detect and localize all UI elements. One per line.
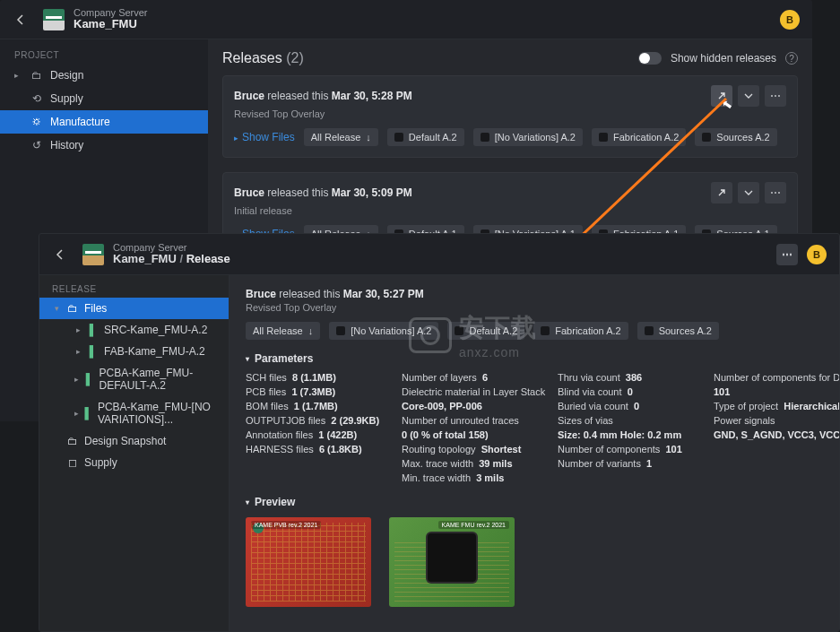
param-row: Blind via count 0	[558, 386, 692, 397]
sidebar-item-label: Supply	[50, 92, 83, 105]
sidebar-item-history[interactable]: ↺ History	[0, 134, 208, 157]
sidebar-item-supply[interactable]: ⟲ Supply	[0, 87, 208, 110]
param-row: GND, S_AGND, VCC3, VCC3A, VCC5	[714, 429, 839, 440]
parameters-grid: SCH files 8 (1.1MB)PCB files 1 (7.3MB)BO…	[246, 372, 823, 483]
param-row: Routing topology Shortest	[402, 444, 536, 455]
server-icon	[82, 244, 104, 265]
variant-pill[interactable]: Default A.2	[447, 322, 524, 340]
release-window-header: Company Server Kame_FMU / Release ⋯ B	[39, 234, 839, 275]
param-row: PCB files 1 (7.3MB)	[246, 386, 380, 397]
supply-icon: ◻	[66, 456, 79, 469]
sidebar-item-design[interactable]: ▸ 🗀 Design	[0, 64, 208, 87]
snapshot-icon: 🗀	[66, 435, 79, 447]
variant-pill[interactable]: Fabrication A.2	[533, 322, 628, 340]
sidebar-section-label: PROJECT	[0, 45, 208, 64]
server-icon	[43, 9, 65, 30]
parameters-header[interactable]: ▾Parameters	[246, 352, 823, 365]
back-button[interactable]	[13, 12, 29, 28]
releases-title: Releases (2)	[222, 50, 304, 66]
sidebar-item-label: History	[50, 139, 83, 152]
param-row: Number of variants 1	[558, 458, 692, 469]
param-row: 101	[714, 386, 839, 397]
param-row: Number of components for Default	[714, 372, 839, 383]
release-main: Bruce released this Mar 30, 5:27 PM Revi…	[229, 275, 839, 631]
window-more-button[interactable]: ⋯	[776, 244, 798, 265]
param-row: HARNESS files 6 (1.8KB)	[246, 444, 380, 455]
folder-icon: 🗀	[30, 69, 43, 82]
file-icon: ▌	[86, 373, 94, 385]
file-icon: ▌	[88, 324, 99, 336]
sidebar-item-label: Design	[50, 69, 83, 82]
variant-pill[interactable]: Sources A.2	[695, 128, 776, 146]
open-release-button[interactable]	[711, 85, 732, 107]
release-card: Bruce released this Mar 30, 5:28 PM ⋯ Re…	[222, 75, 798, 158]
releases-topbar: Releases (2) Show hidden releases ?	[222, 50, 798, 66]
release-note: Revised Top Overlay	[234, 108, 786, 119]
tree-design-snapshot[interactable]: 🗀 Design Snapshot	[39, 430, 229, 452]
param-row: Size: 0.4 mm Hole: 0.2 mm	[558, 429, 692, 440]
variant-pill[interactable]: [No Variations] A.2	[329, 322, 438, 340]
avatar[interactable]: B	[780, 10, 800, 30]
file-icon: ▌	[88, 345, 99, 358]
window-header: Company Server Kame_FMU B	[0, 0, 812, 39]
param-row: Annotation files 1 (422B)	[246, 429, 380, 440]
breadcrumb: Kame_FMU / Release	[113, 253, 230, 265]
tree-file-item[interactable]: ▸▌ PCBA-Kame_FMU-[NO VARIATIONS]...	[39, 396, 229, 430]
release-dropdown-button[interactable]	[738, 85, 759, 107]
pcb-preview[interactable]: KAME PVB rev.2 2021	[246, 517, 371, 607]
help-icon[interactable]: ?	[785, 52, 798, 65]
sidebar-item-manufacture[interactable]: ⛭ Manufacture	[0, 110, 208, 134]
release-more-button[interactable]: ⋯	[765, 182, 786, 203]
all-release-pill[interactable]: All Release ↓	[304, 128, 378, 146]
pcb-preview[interactable]: KAME FMU rev.2 2021	[389, 517, 515, 607]
release-dropdown-button[interactable]	[738, 182, 759, 203]
param-row: Number of unrouted traces	[402, 415, 536, 426]
show-hidden-label: Show hidden releases	[671, 52, 776, 65]
tree-files[interactable]: ▾🗀 Files	[39, 298, 229, 319]
tree-file-item[interactable]: ▸▌ SRC-Kame_FMU-A.2	[39, 319, 229, 341]
open-release-button[interactable]	[711, 182, 732, 203]
param-row: OUTPUTJOB files 2 (29.9KB)	[246, 415, 380, 426]
server-titles: Company Server Kame_FMU	[74, 7, 148, 30]
variant-pill[interactable]: [No Variations] A.2	[473, 128, 583, 146]
tree-file-item[interactable]: ▸▌ PCBA-Kame_FMU-DEFAULT-A.2	[39, 362, 229, 396]
show-files-link[interactable]: ▸Show Files	[234, 131, 295, 143]
all-release-pill[interactable]: All Release ↓	[246, 322, 320, 340]
show-hidden-toggle[interactable]	[638, 52, 662, 65]
param-row: Power signals	[714, 415, 839, 426]
tree-supply[interactable]: ◻ Supply	[39, 452, 229, 473]
param-row: Min. trace width 3 mils	[402, 472, 536, 483]
param-row: BOM files 1 (1.7MB)	[246, 401, 380, 411]
sidebar-item-label: Manufacture	[50, 116, 110, 128]
back-button[interactable]	[52, 247, 68, 263]
file-icon: ▌	[84, 407, 92, 420]
sidebar-section-label: RELEASE	[39, 275, 229, 298]
param-row: 0 (0 % of total 158)	[402, 429, 536, 440]
history-icon: ↺	[30, 139, 43, 152]
param-row: Dielectric material in Layer Stack	[402, 386, 536, 397]
folder-icon: 🗀	[66, 302, 79, 315]
tree-file-item[interactable]: ▸▌ FAB-Kame_FMU-A.2	[39, 341, 229, 362]
variant-pill[interactable]: Default A.2	[387, 128, 464, 146]
param-row: Core-009, PP-006	[402, 401, 536, 411]
release-byline: Bruce released this Mar 30, 5:09 PM	[234, 186, 412, 199]
param-row: Thru via count 386	[558, 372, 692, 383]
preview-row: KAME PVB rev.2 2021 KAME FMU rev.2 2021	[246, 517, 823, 607]
variant-pill[interactable]: Sources A.2	[637, 322, 719, 340]
param-row: Type of project Hierarchical	[714, 401, 839, 411]
project-name: Kame_FMU	[74, 18, 148, 30]
avatar[interactable]: B	[807, 245, 827, 264]
param-row: Number of components 101	[558, 444, 692, 455]
param-row: Number of layers 6	[402, 372, 536, 383]
release-byline: Bruce released this Mar 30, 5:27 PM	[246, 288, 823, 300]
release-note: Initial release	[234, 205, 786, 216]
param-row: Buried via count 0	[558, 401, 692, 411]
preview-header[interactable]: ▾Preview	[246, 496, 823, 508]
param-row: Sizes of vias	[558, 415, 692, 426]
variant-pill[interactable]: Fabrication A.2	[592, 128, 686, 146]
supply-icon: ⟲	[30, 92, 43, 105]
server-titles: Company Server Kame_FMU / Release	[113, 242, 230, 265]
param-row: Max. trace width 39 mils	[402, 458, 536, 469]
param-row: SCH files 8 (1.1MB)	[246, 372, 380, 383]
release-more-button[interactable]: ⋯	[765, 85, 786, 107]
